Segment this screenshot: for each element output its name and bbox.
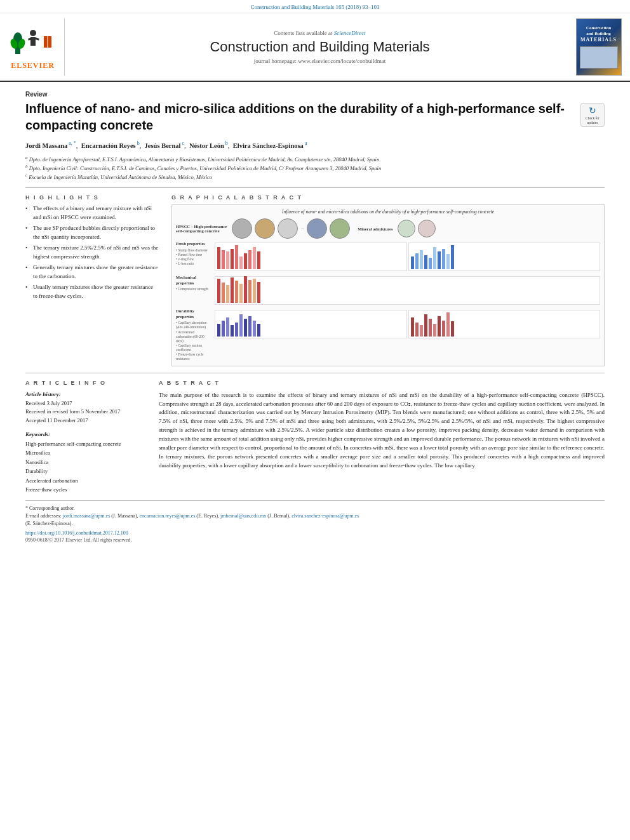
reyes-name: (E. Reyes), xyxy=(196,513,219,519)
affiliation-c: c Escuela de Ingeniería Mazatlán, Univer… xyxy=(25,173,605,182)
ga-mech-chart-1 xyxy=(215,276,600,305)
author-1: Jordi Massana xyxy=(25,142,67,149)
ga-title: Influence of nano- and micro-silica addi… xyxy=(176,209,600,215)
keyword-6: Freeze-thaw cycles xyxy=(25,485,146,494)
keyword-3: Nanosilica xyxy=(25,458,146,467)
highlight-4: Generally ternary mixtures show the grea… xyxy=(25,263,159,281)
corresponding-author-note: * Corresponding author. xyxy=(25,505,605,512)
article-history-label: Article history: xyxy=(25,391,146,397)
graphical-abstract-column: G R A P H I C A L A B S T R A C T Influe… xyxy=(171,194,605,366)
doi-link[interactable]: https://doi.org/10.1016/j.conbuildmat.20… xyxy=(25,530,605,536)
email-label: E-mail addresses: xyxy=(25,513,62,519)
title-row: Influence of nano- and micro-silica addi… xyxy=(25,100,605,140)
authors-line: Jordi Massana a, *, Encarnación Reyes b,… xyxy=(25,140,605,151)
ga-dur-chart-1 xyxy=(215,310,407,338)
author-4: Néstor León xyxy=(189,142,224,149)
ga-fresh-chart xyxy=(215,241,600,272)
received-revised-date: Received in revised form 5 November 2017 xyxy=(25,408,146,416)
graphical-abstract-header: G R A P H I C A L A B S T R A C T xyxy=(171,194,605,201)
journal-header: ELSEVIER Contents lists available at Sci… xyxy=(0,13,630,82)
article-section-label: Review xyxy=(25,91,605,98)
ga-fresh-chart-2 xyxy=(408,243,601,271)
highlight-3: The ternary mixture 2.5%/2.5% of nSi and… xyxy=(25,244,159,261)
article-info-abstract-row: A R T I C L E I N F O Article history: R… xyxy=(25,380,605,495)
cover-box: Constructionand BuildingMATERIALS xyxy=(576,18,622,76)
highlights-column: H I G H L I G H T S The effects of a bin… xyxy=(25,194,159,366)
highlight-1: The effects of a binary and ternary mixt… xyxy=(25,204,159,222)
ga-circle-3 xyxy=(278,218,298,239)
massana-name: (J. Massana), xyxy=(111,513,138,519)
ga-circle-5 xyxy=(330,218,350,239)
ga-fresh-label: Fresh properties • Slump flow diameter• … xyxy=(176,241,211,266)
email-massana[interactable]: jordi.massana@upm.es xyxy=(63,513,110,519)
journal-homepage-url: journal homepage: www.elsevier.com/locat… xyxy=(254,58,385,64)
email-reyes[interactable]: encarnacion.reyes@upm.es xyxy=(140,513,196,519)
ga-circles-row: → xyxy=(232,218,350,239)
ga-durability-label: Durability properties • Capillary absorp… xyxy=(176,309,211,361)
page: Construction and Building Materials 165 … xyxy=(0,0,630,840)
elsevier-logo-icon xyxy=(9,23,57,58)
copyright-line: 0950-0618/© 2017 Elsevier Ltd. All right… xyxy=(25,537,605,543)
ga-hpscc-label: HPSCC – High-performanceself-compacting … xyxy=(176,224,227,233)
ga-circle-1 xyxy=(232,218,252,239)
article-content: Review Influence of nano- and micro-sili… xyxy=(0,82,630,549)
ga-circle-4 xyxy=(307,218,327,239)
ga-dur-charts xyxy=(215,309,600,340)
abstract-header: A B S T R A C T xyxy=(159,380,605,386)
highlights-header: H I G H L I G H T S xyxy=(25,194,159,201)
cover-thumbnail xyxy=(580,46,618,69)
ga-dur-charts-group xyxy=(215,309,600,340)
affiliation-a: a Dpto. de Ingeniería Agroforestal, E.T.… xyxy=(25,155,605,164)
abstract-column: A B S T R A C T The main purpose of the … xyxy=(159,380,605,495)
graphical-abstract-box: Influence of nano- and micro-silica addi… xyxy=(171,204,605,366)
check-updates-badge[interactable]: ↻ Check forupdates xyxy=(580,103,605,127)
ga-fresh-chart-1 xyxy=(215,243,407,271)
sanchez-name: (E. Sánchez-Espinosa). xyxy=(25,521,72,526)
journal-header-center: Contents lists available at ScienceDirec… xyxy=(71,18,568,76)
email-bernal[interactable]: jmbernal@uas.edu.mx xyxy=(220,513,266,519)
highlight-2: The use SP produced bubbles directly pro… xyxy=(25,224,159,241)
footer-notes: * Corresponding author. E-mail addresses… xyxy=(25,500,605,543)
keywords-section: Keywords: High-performance self-compacti… xyxy=(25,431,146,495)
cover-title: Constructionand BuildingMATERIALS xyxy=(580,25,617,44)
author-3: Jesús Bernal xyxy=(145,142,181,149)
keyword-4: Durability xyxy=(25,467,146,476)
elsevier-logo-block: ELSEVIER xyxy=(8,18,65,76)
doi-text[interactable]: https://doi.org/10.1016/j.conbuildmat.20… xyxy=(25,530,128,536)
ga-mineral-label: Mineral admixtures xyxy=(358,227,392,231)
divider-1 xyxy=(25,187,605,188)
ga-arrow: → xyxy=(300,227,304,230)
journal-citation-bar: Construction and Building Materials 165 … xyxy=(0,0,630,13)
author-5: Elvira Sánchez-Espinosa xyxy=(233,142,304,149)
check-updates-text: Check forupdates xyxy=(586,116,600,124)
ga-properties: Fresh properties • Slump flow diameter• … xyxy=(176,241,600,361)
ga-dur-chart-2 xyxy=(408,310,601,338)
article-title: Influence of nano- and micro-silica addi… xyxy=(25,100,574,133)
email-sanchez[interactable]: elvira.sanchez-espinosa@upm.es xyxy=(292,513,359,519)
check-updates-box[interactable]: ↻ Check forupdates xyxy=(580,103,605,127)
article-info-column: A R T I C L E I N F O Article history: R… xyxy=(25,380,146,495)
ga-mineral-circles xyxy=(398,220,436,237)
divider-2 xyxy=(25,373,605,373)
accepted-date: Accepted 11 December 2017 xyxy=(25,417,146,425)
sciencedirect-link[interactable]: ScienceDirect xyxy=(334,30,366,36)
keywords-list: High-performance self-compacting concret… xyxy=(25,439,146,495)
ga-fresh-charts-group xyxy=(215,241,600,272)
affiliations-block: a Dpto. de Ingeniería Agroforestal, E.T.… xyxy=(25,155,605,181)
article-info-header: A R T I C L E I N F O xyxy=(25,380,146,386)
keyword-5: Accelerated carbonation xyxy=(25,476,146,485)
journal-cover-image: Constructionand BuildingMATERIALS xyxy=(575,18,622,76)
keyword-2: Microsilica xyxy=(25,448,146,457)
ga-circle-2 xyxy=(255,218,275,239)
highlights-list: The effects of a binary and ternary mixt… xyxy=(25,204,159,300)
highlights-graphical-row: H I G H L I G H T S The effects of a bin… xyxy=(25,194,605,366)
journal-name-heading: Construction and Building Materials xyxy=(210,39,429,55)
abstract-text: The main purpose of the research is to e… xyxy=(159,391,605,470)
keyword-1: High-performance self-compacting concret… xyxy=(25,439,146,448)
ga-fresh-row: Fresh properties • Slump flow diameter• … xyxy=(176,241,600,272)
ga-durability-row: Durability properties • Capillary absorp… xyxy=(176,309,600,361)
svg-point-4 xyxy=(30,30,36,36)
ga-mineral-2 xyxy=(418,220,436,237)
ga-mechanical-row: Mechanical properties • Compressive stre… xyxy=(176,275,600,306)
keywords-label: Keywords: xyxy=(25,431,146,437)
